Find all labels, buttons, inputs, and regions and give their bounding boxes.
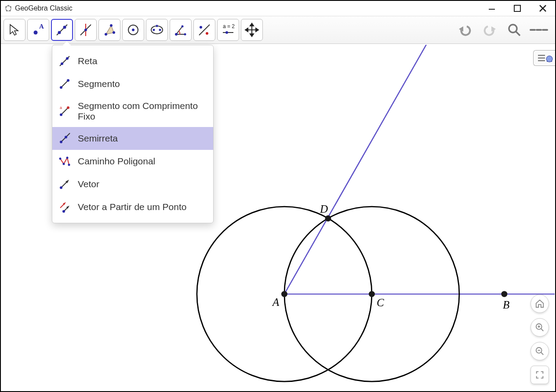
svg-point-28 xyxy=(175,33,178,36)
svg-marker-39 xyxy=(250,23,254,26)
svg-point-45 xyxy=(509,25,517,33)
maximize-button[interactable] xyxy=(509,2,526,15)
line-tool[interactable] xyxy=(51,19,73,41)
dropdown-item-segmento-fixo[interactable]: a Segmento com Comprimento Fixo xyxy=(52,95,213,127)
app-title: GeoGebra Classic xyxy=(15,4,73,12)
move-tool[interactable] xyxy=(4,19,25,41)
undo-button[interactable] xyxy=(456,21,474,39)
point-C[interactable] xyxy=(369,291,375,297)
svg-point-2 xyxy=(6,7,7,7)
svg-point-17 xyxy=(84,29,87,31)
svg-point-51 xyxy=(546,56,552,62)
svg-line-82 xyxy=(541,352,544,355)
svg-line-55 xyxy=(61,80,68,87)
svg-point-20 xyxy=(113,31,115,34)
svg-point-36 xyxy=(225,31,228,34)
search-button[interactable] xyxy=(505,21,523,39)
svg-point-5 xyxy=(10,10,11,11)
svg-marker-40 xyxy=(250,34,254,36)
svg-point-65 xyxy=(59,158,62,160)
toolbar-right xyxy=(456,21,552,39)
titlebar: GeoGebra Classic xyxy=(1,1,555,16)
menu-button[interactable] xyxy=(530,21,548,39)
zoom-out-button[interactable] xyxy=(531,342,549,360)
dropdown-item-polyline[interactable]: Caminho Poligonal xyxy=(52,150,213,173)
dropdown-label: Vetor a Partir de um Ponto xyxy=(78,202,186,212)
svg-marker-42 xyxy=(256,28,258,32)
svg-point-19 xyxy=(105,33,107,36)
svg-point-64 xyxy=(65,136,67,138)
svg-point-76 xyxy=(62,210,65,213)
point-A[interactable] xyxy=(281,291,287,297)
dropdown-item-vetor[interactable]: Vetor xyxy=(52,173,213,196)
reflect-tool[interactable] xyxy=(193,19,215,41)
svg-point-26 xyxy=(159,29,161,31)
svg-line-59 xyxy=(61,108,68,115)
svg-point-57 xyxy=(67,79,69,82)
ray-AD[interactable] xyxy=(284,45,429,294)
svg-point-25 xyxy=(153,29,155,31)
vector-icon xyxy=(58,178,71,190)
svg-point-60 xyxy=(60,113,62,116)
dropdown-label: Reta xyxy=(78,56,97,66)
ellipse-tool[interactable] xyxy=(146,19,168,41)
slider-tool[interactable]: a = 2 xyxy=(217,19,239,41)
svg-point-29 xyxy=(184,33,186,36)
svg-point-71 xyxy=(60,186,62,189)
line-tool-dropdown: Reta Segmento a Segmento com Comprimento… xyxy=(52,45,214,223)
vector-from-point-icon xyxy=(58,201,71,213)
home-view-button[interactable] xyxy=(531,294,549,313)
close-button[interactable] xyxy=(534,2,552,15)
segment-fixed-icon: a xyxy=(58,105,71,117)
svg-point-56 xyxy=(60,86,62,89)
dropdown-item-segmento[interactable]: Segmento xyxy=(52,73,213,95)
window-controls xyxy=(483,2,552,15)
svg-point-1 xyxy=(8,5,9,6)
svg-text:a = 2: a = 2 xyxy=(223,23,235,29)
svg-point-4 xyxy=(6,10,7,11)
label-D: D xyxy=(320,203,328,215)
point-tool[interactable]: A xyxy=(27,19,49,41)
dropdown-label: Semirreta xyxy=(78,133,118,144)
minimize-button[interactable] xyxy=(483,2,501,15)
svg-point-14 xyxy=(63,26,66,29)
segment-icon xyxy=(58,78,71,90)
dropdown-item-vetor-ponto[interactable]: Vetor a Partir de um Ponto xyxy=(52,196,213,218)
dropdown-item-semirreta[interactable]: Semirreta xyxy=(52,127,213,150)
dropdown-label: Caminho Poligonal xyxy=(78,156,155,167)
dropdown-item-reta[interactable]: Reta xyxy=(52,50,213,73)
svg-point-33 xyxy=(206,32,208,35)
svg-point-67 xyxy=(66,157,69,159)
svg-point-68 xyxy=(68,164,70,166)
svg-point-63 xyxy=(60,141,62,143)
svg-line-46 xyxy=(516,32,520,36)
label-B: B xyxy=(503,299,509,311)
svg-point-21 xyxy=(110,24,113,27)
angle-tool[interactable] xyxy=(170,19,192,41)
svg-point-10 xyxy=(34,31,38,35)
svg-point-30 xyxy=(182,25,184,28)
app-logo-icon xyxy=(4,4,12,12)
polyline-icon xyxy=(58,155,71,167)
redo-button[interactable] xyxy=(480,21,499,39)
svg-marker-41 xyxy=(245,28,248,32)
label-A: A xyxy=(273,296,279,309)
svg-point-13 xyxy=(58,31,61,34)
svg-rect-7 xyxy=(514,5,520,11)
line-icon xyxy=(58,55,71,67)
toolbar: A a = 2 xyxy=(1,16,555,44)
dropdown-label: Segmento xyxy=(78,79,120,89)
fullscreen-button[interactable] xyxy=(531,366,549,384)
dropdown-label: Segmento com Comprimento Fixo xyxy=(78,101,207,122)
zoom-in-button[interactable] xyxy=(531,318,549,337)
svg-text:a: a xyxy=(60,105,62,110)
circle-tool[interactable] xyxy=(122,19,144,41)
polygon-tool[interactable] xyxy=(98,19,120,41)
perpendicular-tool[interactable] xyxy=(75,19,97,41)
svg-point-54 xyxy=(66,57,69,60)
svg-point-23 xyxy=(132,29,134,31)
views-toggle[interactable] xyxy=(533,50,555,66)
move-view-tool[interactable] xyxy=(241,19,263,41)
point-B[interactable] xyxy=(501,291,507,297)
point-D[interactable] xyxy=(325,215,331,221)
